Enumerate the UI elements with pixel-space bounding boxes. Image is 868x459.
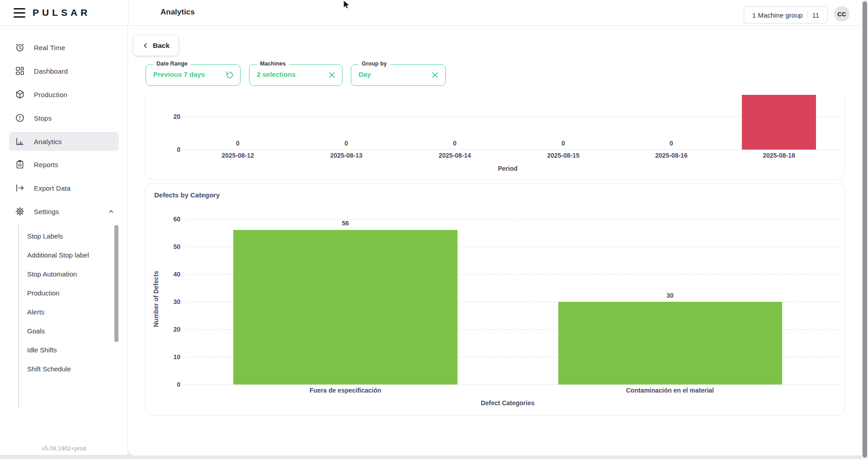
cube-icon (14, 89, 25, 100)
sidebar-item-reports[interactable]: Reports (9, 155, 119, 174)
page-scrollbar-thumb[interactable] (863, 1, 867, 458)
bar-value-label: 0 (193, 140, 283, 147)
y-axis-tick: 10 (149, 353, 180, 361)
machine-group-label: 1 Machine group (752, 11, 803, 19)
sidebar-item-label: Stops (34, 114, 52, 122)
filter-value: 2 selections (257, 70, 296, 78)
bar-value-label: 56 (300, 220, 391, 227)
sidebar-nav: Real Time Dashboard Production Stops (0, 26, 128, 455)
sidebar-item-label: Reports (34, 161, 58, 169)
defects-chart-card: Defects by Category Number of Defects 60… (145, 183, 845, 416)
submenu-indent-guide (18, 225, 19, 408)
bar-value-label: 30 (625, 292, 715, 299)
subitem-label: Production (27, 289, 60, 297)
sidebar-subitem-goals[interactable]: Goals (27, 324, 108, 337)
period-chart-card: 20 0 0 0 0 0 0 2025-08-12 2025-08-13 202… (145, 95, 845, 179)
bar-value-label: 0 (410, 140, 500, 147)
reset-icon[interactable] (225, 70, 234, 80)
x-axis-line (186, 150, 840, 150)
bar-value-label: 0 (626, 140, 717, 147)
bar-2025-08-18 (742, 95, 816, 150)
subitem-label: Goals (27, 327, 45, 335)
sidebar-item-label: Settings (34, 208, 59, 215)
x-category-label: Contaminación en el material (580, 387, 760, 394)
y-axis-tick: 0 (149, 381, 180, 388)
sidebar-item-real-time[interactable]: Real Time (9, 38, 119, 57)
topbar-divider (128, 0, 128, 26)
sidebar-item-settings[interactable]: Settings (9, 202, 119, 221)
app-logo: PULSAR (33, 7, 90, 18)
top-bar: PULSAR Analytics 1 Machine group 11 CC (0, 0, 868, 26)
subitem-label: Additional Stop label (27, 251, 89, 259)
sidebar-item-label: Real Time (34, 44, 65, 52)
sidebar-subitem-stop-automation[interactable]: Stop Automation (27, 267, 108, 281)
version-text: v5.08.1902+prod (0, 445, 128, 452)
subitem-label: Alerts (27, 308, 44, 316)
sidebar-item-label: Export Data (34, 184, 71, 192)
gear-icon (14, 206, 25, 217)
y-axis-tick: 20 (149, 113, 180, 120)
subitem-label: Shift Schedule (27, 365, 71, 373)
sidebar-subitem-production[interactable]: Production (27, 286, 108, 300)
filter-value: Previous 7 days (153, 70, 205, 78)
submenu-scrollbar-thumb[interactable] (114, 225, 118, 342)
sidebar-subitem-stop-labels[interactable]: Stop Labels (27, 229, 108, 243)
bar-contaminacion-en-el-material (558, 302, 782, 384)
page-title: Analytics (160, 8, 195, 17)
sidebar-item-export-data[interactable]: Export Data (9, 178, 119, 197)
hamburger-menu-icon[interactable] (14, 8, 25, 18)
machine-group-divider (807, 11, 808, 19)
subitem-label: Idle Shifts (27, 346, 57, 354)
bar-value-label: 0 (301, 140, 392, 147)
clipboard-icon (14, 159, 25, 170)
filter-label: Group by (359, 61, 390, 67)
alarm-clock-icon (14, 42, 25, 53)
x-category-label: 2025-08-15 (518, 152, 609, 159)
sidebar-item-label: Production (34, 91, 67, 98)
clear-x-icon[interactable] (430, 70, 439, 80)
machine-group-count: 11 (812, 11, 820, 19)
bar-value-label: 0 (518, 140, 609, 147)
chart-title: Defects by Category (154, 191, 220, 199)
y-axis-tick: 20 (149, 326, 180, 333)
sidebar-item-production[interactable]: Production (9, 85, 119, 104)
dashboard-grid-icon (14, 66, 25, 76)
filter-chip-date-range[interactable]: Date Range Previous 7 days (146, 64, 241, 86)
sidebar-item-dashboard[interactable]: Dashboard (9, 61, 119, 80)
x-category-label: 2025-08-14 (410, 152, 500, 159)
avatar[interactable]: CC (834, 6, 849, 22)
gridline-60 (186, 219, 840, 220)
x-category-label: 2025-08-18 (734, 152, 824, 159)
chevron-left-icon (142, 42, 149, 49)
sidebar-subitem-shift-schedule[interactable]: Shift Schedule (27, 362, 108, 375)
clear-x-icon[interactable] (327, 70, 336, 80)
filter-label: Date Range (153, 61, 191, 67)
bar-fuera-de-especificacion (233, 230, 458, 384)
sidebar-subitem-alerts[interactable]: Alerts (27, 305, 108, 318)
filter-label: Machines (257, 61, 289, 67)
machine-group-selector[interactable]: 1 Machine group 11 (744, 6, 828, 23)
main-content: Back Date Range Previous 7 days Machines… (128, 26, 862, 455)
y-axis-tick: 50 (149, 243, 180, 250)
sidebar-item-label: Analytics (34, 138, 62, 145)
sidebar-item-label: Dashboard (34, 67, 68, 75)
x-category-label: 2025-08-13 (301, 152, 392, 159)
filter-chip-machines[interactable]: Machines 2 selections (249, 64, 343, 86)
app-canvas: PULSAR Analytics 1 Machine group 11 CC R… (0, 0, 868, 459)
back-button[interactable]: Back (133, 35, 178, 56)
filter-chip-group-by[interactable]: Group by Day (351, 64, 446, 86)
x-axis-line (186, 384, 840, 385)
x-axis-title: Period (462, 165, 553, 172)
back-label: Back (153, 42, 170, 50)
sidebar-subitem-additional-stop-label[interactable]: Additional Stop label (27, 248, 108, 262)
alert-circle-icon (14, 112, 25, 123)
x-axis-title: Defect Categories (462, 399, 553, 407)
mouse-cursor (343, 0, 352, 10)
sidebar-subitem-idle-shifts[interactable]: Idle Shifts (27, 343, 108, 356)
filter-value: Day (359, 70, 371, 78)
y-axis-tick: 30 (149, 298, 180, 305)
x-category-label: Fuera de especificación (255, 387, 436, 394)
subitem-label: Stop Automation (27, 270, 77, 278)
sidebar-item-analytics[interactable]: Analytics (9, 132, 119, 151)
sidebar-item-stops[interactable]: Stops (9, 108, 119, 127)
